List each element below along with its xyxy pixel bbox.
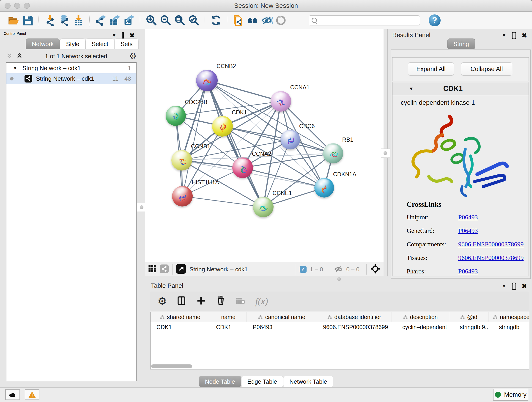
table-cell[interactable]: stringdb:9... [449,324,488,331]
export-network-button[interactable] [94,13,108,27]
column-header-shared-name[interactable]: shared name [151,312,210,322]
structure-thumbnail-icon [169,110,184,124]
detach-view-icon[interactable] [176,264,186,274]
import-network-database-button[interactable] [57,13,71,27]
column-header-description[interactable]: description [392,312,449,322]
crosslink-link[interactable]: 9606.ENSP00000378699 [458,241,524,248]
add-column-button[interactable] [196,296,206,307]
node-CCNB1[interactable] [171,150,192,171]
search-input[interactable] [319,17,420,24]
delete-column-button[interactable] [216,296,226,307]
fit-selected-crosshair-icon[interactable] [370,264,380,275]
selected-checkbox-icon[interactable]: ✓ [300,266,307,273]
tab-edge-table[interactable]: Edge Table [241,376,283,387]
results-node-header[interactable]: ▼ CDK1 [393,82,529,95]
warning-status-button[interactable] [25,389,39,400]
hide-selected-button[interactable] [260,13,274,27]
export-table-button[interactable] [108,13,122,27]
close-panel-icon[interactable]: ✖ [129,32,135,39]
column-label: description [410,314,438,320]
crosslink-link[interactable]: P06493 [458,268,478,275]
crosslink-link[interactable]: 9606.ENSP00000378699 [458,254,524,262]
export-image-button[interactable] [122,13,136,27]
crosslink-link[interactable]: P06493 [458,214,478,221]
table-row[interactable]: CDK1CDK1P064939606.ENSP00000378699cyclin… [151,322,529,332]
node-CCNB2[interactable] [196,70,218,91]
show-all-networks-button[interactable] [245,13,260,27]
search-box[interactable] [309,15,420,26]
table-cell[interactable]: 9606.ENSP00000378699 [317,324,392,331]
node-RB1[interactable] [323,143,343,163]
column-header-name[interactable]: name [210,312,247,322]
tab-style[interactable]: Style [60,38,85,49]
delete-table-button[interactable] [235,296,246,307]
import-network-file-button[interactable] [43,13,57,27]
node-CDK1[interactable] [212,116,233,137]
gray-sphere-button[interactable] [274,13,288,27]
save-session-button[interactable] [21,13,35,27]
zoom-fit-button[interactable] [172,13,187,27]
import-table-file-button[interactable] [71,13,85,27]
birdseye-grid-icon[interactable] [148,264,157,274]
zoom-in-button[interactable] [144,13,158,27]
tab-string[interactable]: String [447,38,475,49]
table-cell[interactable]: stringdb [488,324,529,331]
tree-expand-icon[interactable]: ▼ [13,65,17,71]
column-header-database-identifier[interactable]: database identifier [317,312,392,322]
node-CCNA2[interactable] [232,157,253,178]
gear-button[interactable]: ⚙ [157,296,167,306]
tree-row-collection[interactable]: ▼ String Network – cdk1 1 [6,63,136,73]
tab-sets[interactable]: Sets [114,38,139,49]
expand-all-networks-icon[interactable] [16,52,23,60]
collapse-all-networks-icon[interactable] [6,52,13,60]
crosslink-link[interactable]: P06493 [458,227,478,235]
node-CCNE1[interactable] [253,197,273,217]
columns-button[interactable] [177,296,186,307]
column-header-canonical-name[interactable]: canonical name [247,312,317,322]
open-session-button[interactable] [6,13,21,27]
collapse-all-button[interactable]: Collapse All [461,62,512,76]
node-CDC25B[interactable] [166,106,186,126]
column-header--id[interactable]: @id [449,312,488,322]
function-builder-button[interactable]: f(x) [255,296,268,307]
tab-network-table[interactable]: Network Table [283,376,333,387]
node-CDC6[interactable] [280,130,300,149]
collapse-table-icon[interactable]: ▼ [502,283,506,289]
tab-select[interactable]: Select [85,38,114,49]
memory-button[interactable]: Memory [493,389,528,401]
table-cell[interactable]: CDK1 [151,324,210,331]
cloud-status-button[interactable] [5,389,20,400]
right-splitter-handle[interactable] [381,148,390,158]
column-header-namespace[interactable]: namespace [488,312,529,322]
network-overview-share-icon[interactable] [160,264,169,274]
node-CDKN1A[interactable] [314,178,334,198]
expand-all-button[interactable]: Expand All [408,62,454,76]
network-options-gear-icon[interactable]: ⚙ [129,52,137,60]
table-cell[interactable]: cyclin–dependent ... [392,324,449,331]
help-button[interactable]: ? [429,14,441,26]
float-table-icon[interactable] [512,283,516,290]
close-results-icon[interactable]: ✖ [522,32,527,39]
zoom-out-button[interactable] [158,13,172,27]
horizontal-splitter-handle[interactable] [337,277,341,281]
zoom-selected-button[interactable] [187,13,201,27]
node-CCNA1[interactable] [271,91,291,112]
float-results-icon[interactable] [512,32,516,39]
tree-row-network[interactable]: String Network – cdk1 11 48 [6,73,136,84]
table-cell[interactable]: CDK1 [210,324,247,331]
copy-network-button[interactable] [231,13,245,27]
section-collapse-icon[interactable]: ▼ [409,86,413,91]
tab-node-table[interactable]: Node Table [199,376,241,387]
tab-network[interactable]: Network [26,38,60,49]
node-HIST1H1A[interactable] [172,186,193,206]
table-horizontal-scrollbar[interactable] [151,364,192,368]
import-network-file-icon [44,14,56,26]
table-cell[interactable]: P06493 [247,324,317,331]
float-panel-icon[interactable] [122,32,124,39]
table-panel-header-icons: ▼ ✖ [502,282,527,290]
network-canvas[interactable]: CCNB2 CCNA1 CDC25B CDK1 [145,29,384,262]
collapse-panel-icon[interactable]: ▼ [112,33,116,38]
close-table-icon[interactable]: ✖ [522,282,527,290]
collapse-results-icon[interactable]: ▼ [502,33,506,38]
refresh-view-button[interactable] [209,13,223,27]
